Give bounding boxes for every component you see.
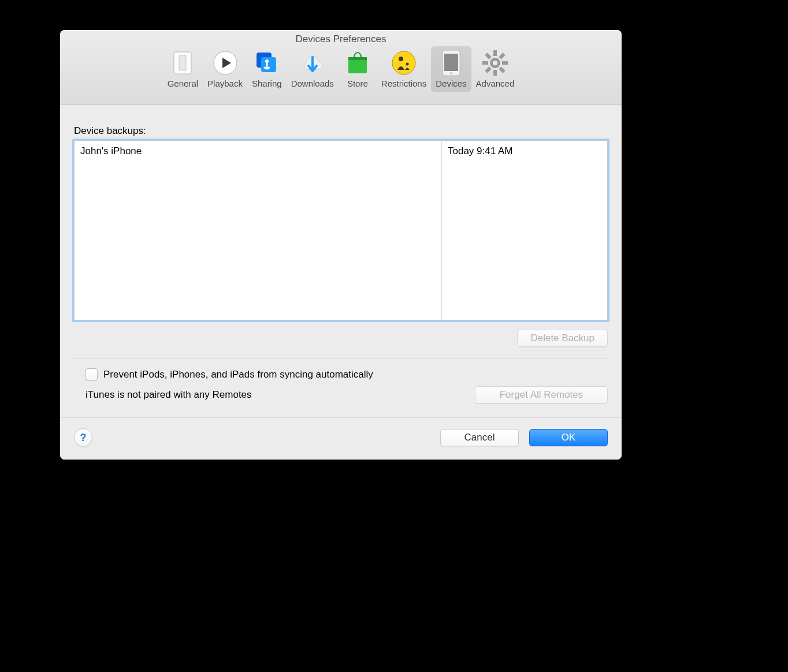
general-icon <box>168 48 197 77</box>
tab-label: Playback <box>207 79 243 88</box>
downloads-icon <box>298 48 327 77</box>
tab-restrictions[interactable]: Restrictions <box>377 46 431 92</box>
backup-row[interactable]: John's iPhone Today 9:41 AM <box>75 141 607 320</box>
backup-date: Today 9:41 AM <box>442 141 607 320</box>
backup-list[interactable]: John's iPhone Today 9:41 AM <box>74 140 608 320</box>
remotes-status: iTunes is not paired with any Remotes <box>86 389 252 401</box>
svg-rect-22 <box>485 53 491 59</box>
remotes-row: iTunes is not paired with any Remotes Fo… <box>74 386 608 404</box>
svg-rect-12 <box>444 54 458 71</box>
svg-rect-21 <box>499 66 505 73</box>
prevent-sync-row: Prevent iPods, iPhones, and iPads from s… <box>74 368 608 380</box>
playback-icon <box>211 48 240 77</box>
svg-rect-18 <box>482 61 488 65</box>
restrictions-icon <box>389 48 418 77</box>
tab-label: Store <box>347 79 368 88</box>
content-pane: Device backups: John's iPhone Today 9:41… <box>60 104 622 404</box>
svg-point-9 <box>399 57 403 61</box>
tab-general[interactable]: General <box>163 46 203 92</box>
svg-point-23 <box>493 61 497 65</box>
window-title: Devices Preferences <box>296 33 386 45</box>
tab-label: Sharing <box>252 79 282 88</box>
tab-playback[interactable]: Playback <box>203 46 247 92</box>
tab-label: Advanced <box>476 79 515 88</box>
preferences-window: Devices Preferences General <box>60 30 622 460</box>
tab-label: Downloads <box>291 79 334 88</box>
sharing-icon <box>252 48 281 77</box>
backup-name: John's iPhone <box>75 141 442 320</box>
svg-point-5 <box>265 59 269 63</box>
svg-rect-4 <box>261 57 276 72</box>
advanced-icon <box>481 48 510 77</box>
tab-store[interactable]: Store <box>339 46 377 92</box>
ok-button[interactable]: OK <box>529 429 608 446</box>
divider <box>74 359 608 359</box>
svg-rect-15 <box>493 50 497 56</box>
tab-label: Restrictions <box>381 79 426 88</box>
tab-label: Devices <box>436 79 466 88</box>
device-backups-label: Device backups: <box>74 125 608 137</box>
delete-backup-button[interactable]: Delete Backup <box>517 330 608 347</box>
svg-rect-16 <box>493 70 497 76</box>
titlebar: Devices Preferences General <box>60 30 622 104</box>
svg-rect-20 <box>485 66 491 73</box>
svg-rect-19 <box>499 53 505 59</box>
tab-label: General <box>168 79 198 88</box>
devices-icon <box>437 48 466 77</box>
svg-point-8 <box>392 51 415 74</box>
toolbar: General Playback <box>163 46 519 92</box>
svg-rect-17 <box>502 61 508 65</box>
cancel-button[interactable]: Cancel <box>440 429 519 446</box>
help-button[interactable]: ? <box>74 428 92 447</box>
tab-downloads[interactable]: Downloads <box>287 46 339 92</box>
forget-remotes-button[interactable]: Forget All Remotes <box>475 386 608 404</box>
prevent-sync-checkbox[interactable] <box>86 368 98 380</box>
tab-advanced[interactable]: Advanced <box>471 46 519 92</box>
prevent-sync-label: Prevent iPods, iPhones, and iPads from s… <box>103 369 373 380</box>
svg-rect-7 <box>348 57 367 60</box>
footer: ? Cancel OK <box>60 417 622 460</box>
tab-sharing[interactable]: Sharing <box>247 46 287 92</box>
svg-rect-1 <box>179 55 186 70</box>
svg-point-13 <box>450 72 452 74</box>
tab-devices[interactable]: Devices <box>431 46 471 92</box>
svg-point-10 <box>406 63 409 66</box>
store-icon <box>343 48 372 77</box>
